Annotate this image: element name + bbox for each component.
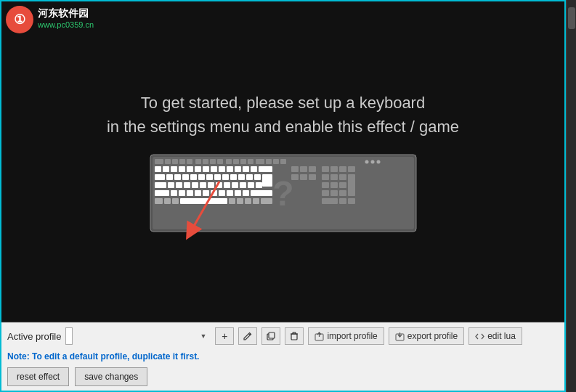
site-url: www.pc0359.cn <box>38 20 94 29</box>
svg-rect-14 <box>248 159 253 164</box>
svg-rect-81 <box>291 166 299 172</box>
svg-rect-47 <box>155 182 166 188</box>
svg-rect-44 <box>246 174 253 180</box>
svg-rect-112 <box>291 334 297 340</box>
profile-select[interactable] <box>65 327 73 345</box>
svg-rect-8 <box>203 159 208 164</box>
profile-row: Active profile + <box>1 322 564 349</box>
svg-rect-60 <box>155 190 169 196</box>
edit-profile-button[interactable] <box>238 327 257 345</box>
svg-rect-103 <box>339 198 346 204</box>
svg-rect-83 <box>309 166 316 172</box>
svg-rect-111 <box>269 332 275 338</box>
svg-rect-30 <box>243 166 249 172</box>
export-icon <box>395 332 405 341</box>
svg-rect-12 <box>233 159 239 164</box>
svg-rect-23 <box>187 166 193 172</box>
svg-rect-29 <box>235 166 241 172</box>
logo-icon: ① <box>14 12 25 28</box>
svg-rect-15 <box>256 159 264 164</box>
svg-rect-10 <box>217 159 223 164</box>
svg-rect-18 <box>280 159 286 164</box>
svg-rect-85 <box>300 174 307 180</box>
trash-icon <box>290 332 299 340</box>
svg-rect-73 <box>164 198 171 204</box>
svg-rect-88 <box>330 166 338 172</box>
svg-rect-69 <box>235 190 241 196</box>
svg-rect-22 <box>179 166 185 172</box>
svg-rect-59 <box>256 182 262 188</box>
svg-rect-34 <box>166 174 173 180</box>
svg-rect-13 <box>240 159 246 164</box>
svg-point-106 <box>365 160 368 163</box>
svg-rect-87 <box>322 166 329 172</box>
svg-rect-2 <box>155 159 163 164</box>
svg-rect-90 <box>348 166 355 172</box>
reset-effect-button[interactable]: reset effect <box>7 367 69 386</box>
edit-lua-button[interactable]: edit lua <box>468 327 522 345</box>
svg-point-108 <box>376 160 380 163</box>
profile-select-wrapper[interactable] <box>65 327 211 345</box>
svg-rect-16 <box>266 159 272 164</box>
svg-rect-26 <box>211 166 217 172</box>
svg-rect-5 <box>179 159 185 164</box>
svg-rect-97 <box>339 182 346 188</box>
code-icon <box>475 332 484 341</box>
note-row: Note: To edit a default profile, duplica… <box>1 349 564 364</box>
delete-profile-button[interactable] <box>285 327 304 345</box>
svg-rect-100 <box>339 190 346 196</box>
svg-rect-89 <box>339 166 346 172</box>
svg-rect-9 <box>210 159 216 164</box>
logo-badge: ① <box>6 6 33 33</box>
svg-rect-7 <box>195 159 201 164</box>
svg-rect-99 <box>330 190 338 196</box>
svg-rect-96 <box>330 182 338 188</box>
svg-rect-4 <box>172 159 178 164</box>
svg-line-109 <box>190 181 219 232</box>
svg-rect-78 <box>245 198 251 204</box>
note-text: Note: To edit a default profile, duplica… <box>7 351 199 362</box>
svg-rect-72 <box>155 198 163 204</box>
svg-rect-79 <box>253 198 259 204</box>
svg-rect-3 <box>165 159 171 164</box>
bottom-controls: Active profile + <box>1 322 564 391</box>
import-profile-button[interactable]: import profile <box>308 327 384 345</box>
svg-rect-19 <box>155 166 161 172</box>
duplicate-profile-button[interactable] <box>261 327 280 345</box>
export-profile-button[interactable]: export profile <box>389 327 464 345</box>
svg-rect-71 <box>251 190 272 196</box>
add-profile-button[interactable]: + <box>215 327 234 345</box>
svg-rect-17 <box>273 159 279 164</box>
svg-rect-6 <box>187 159 192 164</box>
edit-icon <box>243 332 252 340</box>
action-row: reset effect save changes <box>1 364 564 391</box>
save-changes-button[interactable]: save changes <box>75 367 147 386</box>
svg-rect-58 <box>248 182 254 188</box>
svg-rect-32 <box>259 166 272 172</box>
svg-rect-46 <box>262 174 272 187</box>
svg-rect-82 <box>300 166 307 172</box>
svg-rect-93 <box>339 174 346 180</box>
svg-rect-98 <box>322 190 329 196</box>
instruction-text: To get started, please set up a keyboard… <box>107 91 459 139</box>
copy-icon <box>267 332 275 340</box>
svg-rect-28 <box>227 166 233 172</box>
svg-rect-31 <box>251 166 257 172</box>
svg-rect-101 <box>348 182 355 196</box>
arrow-indicator <box>176 178 234 243</box>
svg-rect-102 <box>322 198 338 204</box>
svg-rect-45 <box>254 174 261 180</box>
svg-rect-25 <box>203 166 209 172</box>
preview-panel: ① 河东软件园 www.pc0359.cn To get started, pl… <box>1 1 564 322</box>
active-profile-label: Active profile <box>7 331 61 342</box>
scrollbar-thumb[interactable] <box>568 7 575 29</box>
svg-point-107 <box>370 160 374 163</box>
svg-rect-80 <box>261 198 272 204</box>
svg-rect-91 <box>322 174 329 180</box>
svg-rect-57 <box>240 182 246 188</box>
svg-rect-21 <box>171 166 177 172</box>
svg-text:?: ? <box>272 174 293 213</box>
svg-rect-27 <box>219 166 225 172</box>
svg-rect-20 <box>163 166 169 172</box>
right-scrollbar[interactable] <box>566 0 576 392</box>
